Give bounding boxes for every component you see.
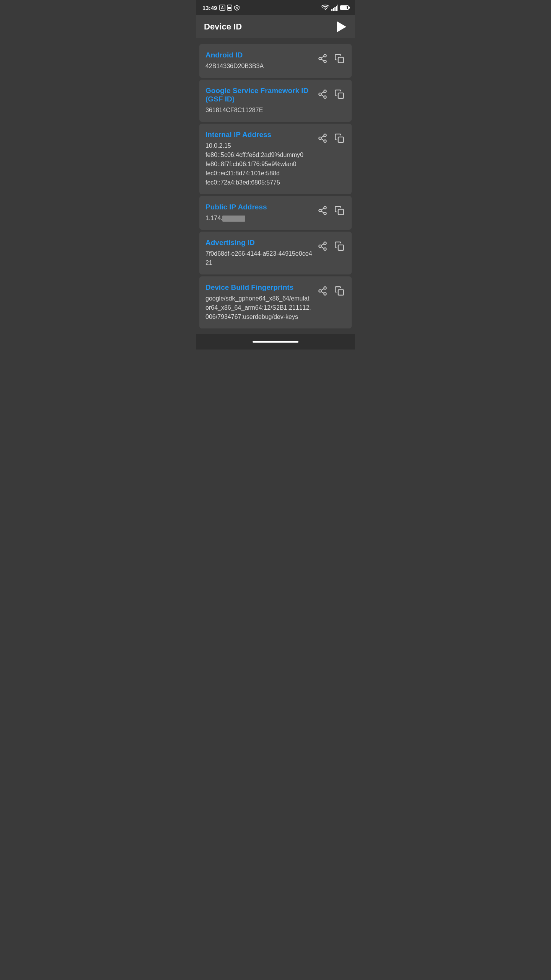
gsf-id-actions [316, 87, 346, 100]
share-icon [318, 133, 328, 143]
svg-rect-39 [338, 245, 344, 250]
svg-rect-27 [338, 137, 344, 142]
app-title: Device ID [204, 22, 242, 32]
svg-point-23 [319, 137, 321, 140]
svg-point-22 [324, 134, 326, 137]
svg-point-42 [324, 292, 326, 295]
public-ip-title: Public IP Address [205, 203, 313, 211]
svg-line-26 [321, 136, 324, 137]
android-id-copy-button[interactable] [333, 52, 346, 65]
android-id-share-button[interactable] [316, 52, 329, 65]
public-ip-share-button[interactable] [316, 204, 329, 217]
svg-point-16 [324, 90, 326, 93]
gsf-id-card: Google Service Framework ID (GSF ID) 361… [199, 80, 352, 122]
copy-icon [334, 206, 344, 216]
signal-icon [331, 5, 338, 11]
svg-rect-33 [338, 209, 344, 215]
svg-rect-9 [337, 5, 338, 11]
svg-point-24 [324, 140, 326, 142]
svg-rect-3 [228, 7, 231, 9]
internal-ip-share-button[interactable] [316, 132, 329, 144]
share-icon [318, 54, 328, 64]
play-store-button[interactable] [335, 21, 347, 33]
svg-line-25 [321, 139, 324, 140]
status-system-icons: A S [219, 5, 240, 11]
fingerprint-copy-button[interactable] [333, 285, 346, 297]
advertising-id-actions [316, 238, 346, 252]
sim-icon [227, 5, 232, 11]
copy-icon [334, 133, 344, 143]
battery-icon [340, 5, 349, 10]
svg-point-30 [324, 212, 326, 215]
play-triangle-icon [337, 21, 346, 32]
svg-text:A: A [221, 6, 224, 10]
svg-point-41 [319, 290, 321, 292]
svg-line-13 [321, 59, 324, 61]
svg-rect-45 [338, 290, 344, 295]
svg-line-20 [321, 92, 324, 93]
status-bar-right [321, 5, 349, 11]
svg-line-38 [321, 244, 324, 245]
svg-point-35 [319, 245, 321, 248]
public-ip-copy-button[interactable] [333, 204, 346, 217]
svg-point-17 [319, 93, 321, 96]
fingerprint-content: Device Build Fingerprints google/sdk_gph… [205, 283, 313, 322]
advertising-id-card: Advertising ID 7f0d68df-e266-4144-a523-4… [199, 232, 352, 274]
svg-point-40 [324, 287, 326, 289]
svg-line-37 [321, 247, 324, 248]
gsf-id-share-button[interactable] [316, 88, 329, 100]
svg-point-10 [324, 54, 326, 57]
copy-icon [334, 241, 344, 251]
share-icon [318, 286, 328, 296]
svg-rect-5 [331, 9, 333, 11]
svg-point-18 [324, 96, 326, 98]
fingerprint-value: google/sdk_gphone64_x86_64/emulator64_x8… [205, 294, 313, 322]
public-ip-actions [316, 203, 346, 217]
shield-icon: S [234, 5, 240, 11]
wifi-icon [321, 5, 329, 11]
svg-line-14 [321, 56, 324, 58]
status-time: 13:49 [202, 5, 217, 11]
internal-ip-card: Internal IP Address 10.0.2.15 fe80::5c06… [199, 124, 352, 194]
advertising-id-title: Advertising ID [205, 238, 313, 247]
advertising-id-copy-button[interactable] [333, 240, 346, 252]
svg-rect-6 [333, 8, 334, 11]
internal-ip-copy-button[interactable] [333, 132, 346, 144]
advertising-id-value: 7f0d68df-e266-4144-a523-44915e0ce421 [205, 249, 313, 268]
advertising-id-share-button[interactable] [316, 240, 329, 252]
svg-point-29 [319, 209, 321, 212]
gsf-id-copy-button[interactable] [333, 88, 346, 100]
copy-icon [334, 54, 344, 64]
status-bar: 13:49 A S [196, 0, 355, 15]
nav-bar [196, 334, 355, 350]
svg-point-36 [324, 248, 326, 250]
home-indicator [253, 341, 298, 343]
public-ip-card: Public IP Address 1.174. [199, 196, 352, 230]
internal-ip-title: Internal IP Address [205, 131, 313, 139]
fingerprint-title: Device Build Fingerprints [205, 283, 313, 292]
svg-line-43 [321, 292, 324, 293]
internal-ip-content: Internal IP Address 10.0.2.15 fe80::5c06… [205, 131, 313, 187]
gsf-id-content: Google Service Framework ID (GSF ID) 361… [205, 87, 313, 115]
fingerprint-card: Device Build Fingerprints google/sdk_gph… [199, 276, 352, 328]
status-bar-left: 13:49 A S [202, 5, 240, 11]
gsf-id-value: 361814CF8C11287E [205, 106, 313, 115]
svg-rect-8 [336, 6, 337, 11]
redacted-value [222, 216, 245, 222]
internal-ip-value: 10.0.2.15 fe80::5c06:4cff:fe6d:2ad9%dumm… [205, 141, 313, 187]
share-icon [318, 241, 328, 251]
svg-rect-15 [338, 57, 344, 63]
svg-point-12 [324, 60, 326, 63]
fingerprint-share-button[interactable] [316, 285, 329, 297]
svg-line-44 [321, 289, 324, 290]
advertising-id-content: Advertising ID 7f0d68df-e266-4144-a523-4… [205, 238, 313, 268]
copy-icon [334, 89, 344, 99]
svg-rect-21 [338, 93, 344, 98]
svg-line-31 [321, 211, 324, 213]
public-ip-content: Public IP Address 1.174. [205, 203, 313, 223]
android-id-actions [316, 51, 346, 65]
gsf-id-title: Google Service Framework ID (GSF ID) [205, 87, 313, 103]
copy-icon [334, 286, 344, 296]
fingerprint-actions [316, 283, 346, 297]
public-ip-value: 1.174. [205, 214, 313, 223]
